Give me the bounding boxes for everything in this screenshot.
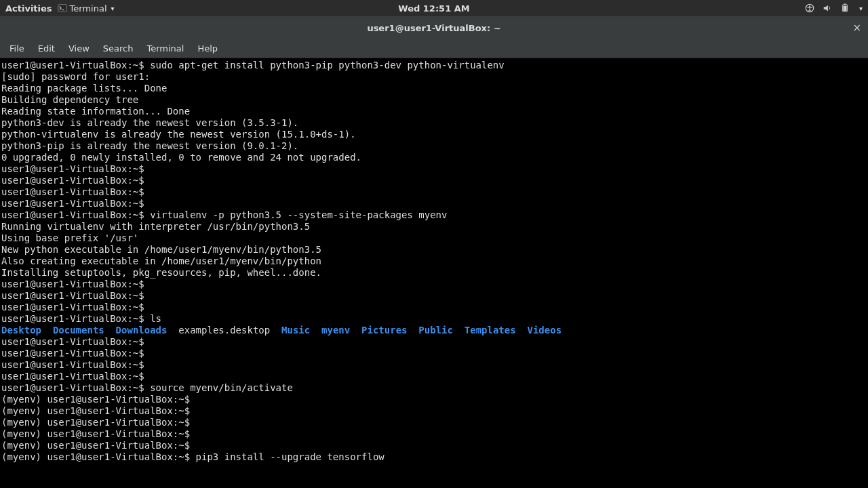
- menu-view[interactable]: View: [63, 41, 95, 56]
- menu-help[interactable]: Help: [192, 41, 223, 56]
- menu-file[interactable]: File: [4, 41, 30, 56]
- window-titlebar: user1@user1-VirtualBox: ~ ×: [0, 16, 868, 39]
- menu-bar: File Edit View Search Terminal Help: [0, 39, 868, 58]
- volume-icon[interactable]: [823, 3, 832, 13]
- chevron-down-icon: ▾: [111, 5, 115, 12]
- close-button[interactable]: ×: [852, 22, 861, 34]
- app-name: Terminal: [70, 3, 107, 14]
- activities-button[interactable]: Activities: [5, 3, 52, 14]
- gnome-topbar: Activities Terminal ▾ Wed 12:51 AM ▾: [0, 0, 868, 16]
- battery-icon[interactable]: [840, 3, 850, 13]
- svg-point-3: [809, 5, 810, 7]
- system-menu-chevron-icon[interactable]: ▾: [859, 5, 863, 12]
- svg-rect-6: [843, 6, 846, 12]
- window-title: user1@user1-VirtualBox: ~: [367, 23, 500, 33]
- app-menu[interactable]: Terminal ▾: [58, 3, 115, 14]
- menu-terminal[interactable]: Terminal: [141, 41, 189, 56]
- terminal-icon: [58, 3, 67, 13]
- svg-rect-0: [58, 5, 66, 12]
- svg-rect-5: [844, 3, 846, 4]
- accessibility-icon[interactable]: [805, 3, 814, 13]
- clock[interactable]: Wed 12:51 AM: [398, 3, 469, 14]
- menu-edit[interactable]: Edit: [33, 41, 60, 56]
- terminal-output[interactable]: user1@user1-VirtualBox:~$ sudo apt-get i…: [0, 58, 868, 488]
- menu-search[interactable]: Search: [98, 41, 139, 56]
